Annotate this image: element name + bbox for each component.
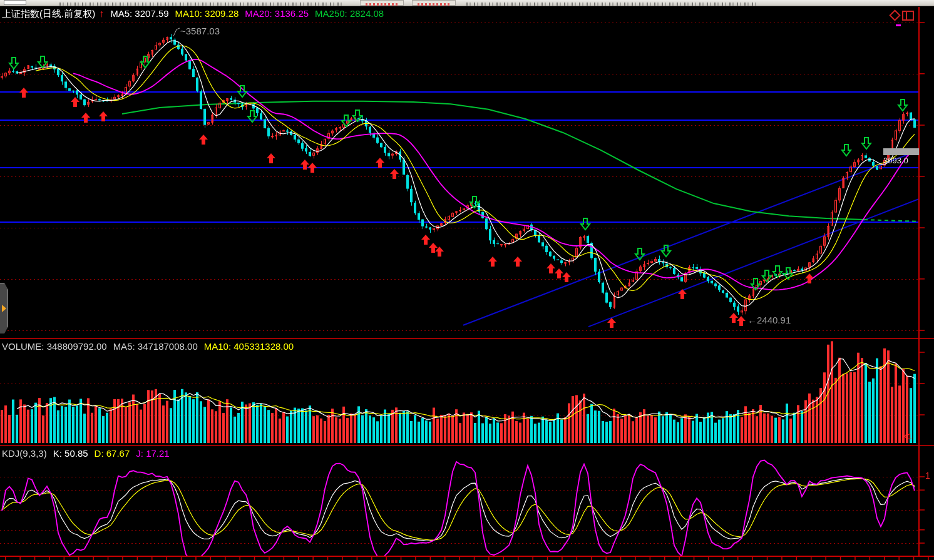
- kdj-j-value: J: 17.21: [136, 448, 169, 459]
- toolbar-button-1[interactable]: [360, 0, 404, 6]
- toolbar-button-2[interactable]: [412, 0, 456, 6]
- kdj-d-value: D: 67.67: [95, 448, 130, 459]
- peak-price-annotation: ~3587.03: [180, 26, 220, 36]
- button-text-sliver: [418, 3, 450, 6]
- menu-text-sliver: [59, 3, 344, 6]
- ma20-value: MA20: 3136.25: [245, 8, 309, 19]
- kdj-pane-title: KDJ(9,3,3)K: 50.85D: 67.67J: 17.21: [2, 448, 176, 459]
- kdj-params-label: KDJ(9,3,3): [2, 448, 47, 459]
- magenta-marker: [896, 24, 901, 26]
- trough-price-annotation: ←2440.91: [747, 315, 791, 325]
- kdj-axis-label: 1: [925, 471, 930, 481]
- price-tag-value: 3093.0: [883, 156, 919, 165]
- ma250-value: MA250: 2824.08: [315, 8, 384, 19]
- menu-text-sliver: [466, 3, 757, 6]
- volume-pane-title: VOLUME: 348809792.00MA5: 347187008.00MA1…: [2, 341, 300, 352]
- volume-multiplier-label: X1: [902, 432, 912, 441]
- sidebar-expand-handle[interactable]: [0, 283, 8, 333]
- chart-canvas[interactable]: [0, 0, 934, 560]
- ma5-value: MA5: 3207.59: [110, 8, 168, 19]
- volume-ma10-value: MA10: 405331328.00: [204, 341, 294, 352]
- menu-bar[interactable]: [0, 0, 934, 6]
- expand-arrow-icon: [2, 305, 6, 312]
- volume-value: VOLUME: 348809792.00: [2, 341, 107, 352]
- price-tag-band: [883, 148, 919, 155]
- split-window-icon[interactable]: [902, 11, 914, 21]
- kdj-k-value: K: 50.85: [53, 448, 88, 459]
- stock-code-input[interactable]: [4, 0, 26, 5]
- trend-up-arrow-icon: ↑: [99, 8, 104, 19]
- ma10-value: MA10: 3209.28: [175, 8, 239, 19]
- volume-ma5-value: MA5: 347187008.00: [113, 341, 198, 352]
- main-chart-title: 上证指数(日线.前复权)↑MA5: 3207.59MA10: 3209.28MA…: [2, 8, 390, 20]
- button-text-sliver: [366, 3, 398, 6]
- instrument-title: 上证指数(日线.前复权): [2, 8, 95, 19]
- latest-price-tag: 3093.0: [883, 148, 919, 165]
